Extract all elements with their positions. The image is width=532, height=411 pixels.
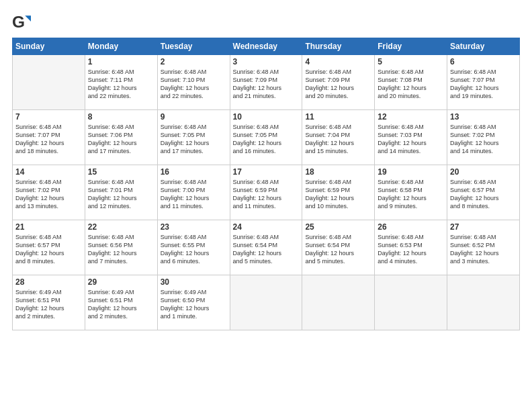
calendar-cell: 19Sunrise: 6:48 AM Sunset: 6:58 PM Dayli… bbox=[375, 165, 447, 220]
col-header-sunday: Sunday bbox=[13, 38, 85, 55]
day-number: 27 bbox=[450, 222, 517, 232]
calendar-table: SundayMondayTuesdayWednesdayThursdayFrid… bbox=[12, 38, 520, 330]
day-info: Sunrise: 6:48 AM Sunset: 6:54 PM Dayligh… bbox=[233, 233, 300, 266]
calendar-cell: 21Sunrise: 6:48 AM Sunset: 6:57 PM Dayli… bbox=[13, 220, 85, 275]
day-number: 5 bbox=[378, 57, 444, 66]
calendar-cell: 7Sunrise: 6:48 AM Sunset: 7:07 PM Daylig… bbox=[13, 110, 85, 165]
calendar-cell: 22Sunrise: 6:48 AM Sunset: 6:56 PM Dayli… bbox=[85, 220, 157, 275]
col-header-wednesday: Wednesday bbox=[230, 38, 302, 55]
day-info: Sunrise: 6:48 AM Sunset: 7:00 PM Dayligh… bbox=[161, 178, 227, 211]
calendar-cell bbox=[230, 275, 302, 330]
calendar-cell: 20Sunrise: 6:48 AM Sunset: 6:57 PM Dayli… bbox=[447, 165, 520, 220]
calendar-cell: 9Sunrise: 6:48 AM Sunset: 7:05 PM Daylig… bbox=[157, 110, 230, 165]
day-info: Sunrise: 6:48 AM Sunset: 7:11 PM Dayligh… bbox=[88, 68, 154, 101]
day-number: 30 bbox=[161, 277, 227, 287]
calendar-cell: 2Sunrise: 6:48 AM Sunset: 7:10 PM Daylig… bbox=[157, 55, 230, 110]
calendar-cell: 16Sunrise: 6:48 AM Sunset: 7:00 PM Dayli… bbox=[157, 165, 230, 220]
calendar-cell: 30Sunrise: 6:49 AM Sunset: 6:50 PM Dayli… bbox=[157, 275, 230, 330]
header-row: SundayMondayTuesdayWednesdayThursdayFrid… bbox=[13, 38, 520, 55]
day-number: 29 bbox=[88, 277, 154, 287]
day-number: 9 bbox=[161, 112, 227, 122]
day-info: Sunrise: 6:48 AM Sunset: 7:01 PM Dayligh… bbox=[88, 178, 154, 211]
day-info: Sunrise: 6:48 AM Sunset: 7:08 PM Dayligh… bbox=[378, 68, 444, 101]
day-number: 22 bbox=[88, 222, 154, 232]
calendar-cell: 26Sunrise: 6:48 AM Sunset: 6:53 PM Dayli… bbox=[375, 220, 447, 275]
calendar-week-1: 1Sunrise: 6:48 AM Sunset: 7:11 PM Daylig… bbox=[13, 55, 520, 110]
calendar-cell: 3Sunrise: 6:48 AM Sunset: 7:09 PM Daylig… bbox=[230, 55, 302, 110]
day-info: Sunrise: 6:48 AM Sunset: 6:54 PM Dayligh… bbox=[305, 233, 371, 266]
day-info: Sunrise: 6:48 AM Sunset: 6:57 PM Dayligh… bbox=[15, 233, 82, 266]
day-number: 13 bbox=[450, 112, 517, 122]
calendar-cell: 10Sunrise: 6:48 AM Sunset: 7:05 PM Dayli… bbox=[230, 110, 302, 165]
day-info: Sunrise: 6:48 AM Sunset: 7:05 PM Dayligh… bbox=[161, 123, 227, 156]
calendar-cell: 14Sunrise: 6:48 AM Sunset: 7:02 PM Dayli… bbox=[13, 165, 85, 220]
logo: G bbox=[12, 12, 32, 31]
day-info: Sunrise: 6:48 AM Sunset: 7:02 PM Dayligh… bbox=[15, 178, 82, 211]
day-number: 8 bbox=[88, 112, 154, 122]
day-number: 14 bbox=[15, 167, 82, 177]
day-number: 10 bbox=[233, 112, 300, 122]
day-info: Sunrise: 6:48 AM Sunset: 7:02 PM Dayligh… bbox=[450, 123, 517, 156]
calendar-cell: 5Sunrise: 6:48 AM Sunset: 7:08 PM Daylig… bbox=[375, 55, 447, 110]
day-info: Sunrise: 6:48 AM Sunset: 7:09 PM Dayligh… bbox=[305, 68, 371, 101]
calendar-cell: 1Sunrise: 6:48 AM Sunset: 7:11 PM Daylig… bbox=[85, 55, 157, 110]
calendar-cell: 13Sunrise: 6:48 AM Sunset: 7:02 PM Dayli… bbox=[447, 110, 520, 165]
day-info: Sunrise: 6:48 AM Sunset: 7:09 PM Dayligh… bbox=[233, 68, 300, 101]
calendar-cell: 11Sunrise: 6:48 AM Sunset: 7:04 PM Dayli… bbox=[302, 110, 375, 165]
calendar-week-5: 28Sunrise: 6:49 AM Sunset: 6:51 PM Dayli… bbox=[13, 275, 520, 330]
day-number: 2 bbox=[161, 57, 227, 66]
day-number: 4 bbox=[305, 57, 371, 66]
calendar-cell: 12Sunrise: 6:48 AM Sunset: 7:03 PM Dayli… bbox=[375, 110, 447, 165]
day-number: 12 bbox=[378, 112, 444, 122]
day-number: 6 bbox=[450, 57, 517, 66]
col-header-monday: Monday bbox=[85, 38, 157, 55]
calendar-cell bbox=[302, 275, 375, 330]
calendar-week-4: 21Sunrise: 6:48 AM Sunset: 6:57 PM Dayli… bbox=[13, 220, 520, 275]
day-info: Sunrise: 6:48 AM Sunset: 6:56 PM Dayligh… bbox=[88, 233, 154, 266]
calendar-cell bbox=[13, 55, 85, 110]
day-info: Sunrise: 6:49 AM Sunset: 6:51 PM Dayligh… bbox=[15, 288, 82, 321]
day-info: Sunrise: 6:48 AM Sunset: 7:06 PM Dayligh… bbox=[88, 123, 154, 156]
day-info: Sunrise: 6:48 AM Sunset: 7:04 PM Dayligh… bbox=[305, 123, 371, 156]
calendar-cell bbox=[447, 275, 520, 330]
day-info: Sunrise: 6:48 AM Sunset: 7:07 PM Dayligh… bbox=[15, 123, 82, 156]
svg-text:G: G bbox=[12, 13, 25, 31]
day-info: Sunrise: 6:48 AM Sunset: 6:57 PM Dayligh… bbox=[450, 178, 517, 211]
day-number: 20 bbox=[450, 167, 517, 177]
day-info: Sunrise: 6:48 AM Sunset: 7:03 PM Dayligh… bbox=[378, 123, 444, 156]
day-info: Sunrise: 6:49 AM Sunset: 6:50 PM Dayligh… bbox=[161, 288, 227, 321]
calendar-cell: 25Sunrise: 6:48 AM Sunset: 6:54 PM Dayli… bbox=[302, 220, 375, 275]
day-number: 23 bbox=[161, 222, 227, 232]
day-info: Sunrise: 6:48 AM Sunset: 7:07 PM Dayligh… bbox=[450, 68, 517, 101]
day-number: 26 bbox=[378, 222, 444, 232]
day-number: 15 bbox=[88, 167, 154, 177]
col-header-thursday: Thursday bbox=[302, 38, 375, 55]
col-header-tuesday: Tuesday bbox=[157, 38, 230, 55]
day-number: 21 bbox=[15, 222, 82, 232]
day-number: 18 bbox=[305, 167, 371, 177]
calendar-cell: 17Sunrise: 6:48 AM Sunset: 6:59 PM Dayli… bbox=[230, 165, 302, 220]
svg-marker-1 bbox=[25, 15, 31, 21]
day-number: 17 bbox=[233, 167, 300, 177]
day-number: 19 bbox=[378, 167, 444, 177]
calendar-cell: 29Sunrise: 6:49 AM Sunset: 6:51 PM Dayli… bbox=[85, 275, 157, 330]
day-info: Sunrise: 6:48 AM Sunset: 6:58 PM Dayligh… bbox=[378, 178, 444, 211]
day-info: Sunrise: 6:48 AM Sunset: 7:10 PM Dayligh… bbox=[161, 68, 227, 101]
logo-icon: G bbox=[12, 12, 31, 31]
day-number: 24 bbox=[233, 222, 300, 232]
day-number: 1 bbox=[88, 57, 154, 66]
calendar-cell: 15Sunrise: 6:48 AM Sunset: 7:01 PM Dayli… bbox=[85, 165, 157, 220]
calendar-cell: 24Sunrise: 6:48 AM Sunset: 6:54 PM Dayli… bbox=[230, 220, 302, 275]
calendar-cell: 28Sunrise: 6:49 AM Sunset: 6:51 PM Dayli… bbox=[13, 275, 85, 330]
calendar-cell bbox=[375, 275, 447, 330]
day-info: Sunrise: 6:48 AM Sunset: 6:53 PM Dayligh… bbox=[378, 233, 444, 266]
day-number: 7 bbox=[15, 112, 82, 122]
day-number: 11 bbox=[305, 112, 371, 122]
day-number: 16 bbox=[161, 167, 227, 177]
col-header-friday: Friday bbox=[375, 38, 447, 55]
calendar-cell: 6Sunrise: 6:48 AM Sunset: 7:07 PM Daylig… bbox=[447, 55, 520, 110]
calendar-week-3: 14Sunrise: 6:48 AM Sunset: 7:02 PM Dayli… bbox=[13, 165, 520, 220]
day-info: Sunrise: 6:48 AM Sunset: 6:59 PM Dayligh… bbox=[305, 178, 371, 211]
calendar-cell: 27Sunrise: 6:48 AM Sunset: 6:52 PM Dayli… bbox=[447, 220, 520, 275]
day-info: Sunrise: 6:48 AM Sunset: 7:05 PM Dayligh… bbox=[233, 123, 300, 156]
